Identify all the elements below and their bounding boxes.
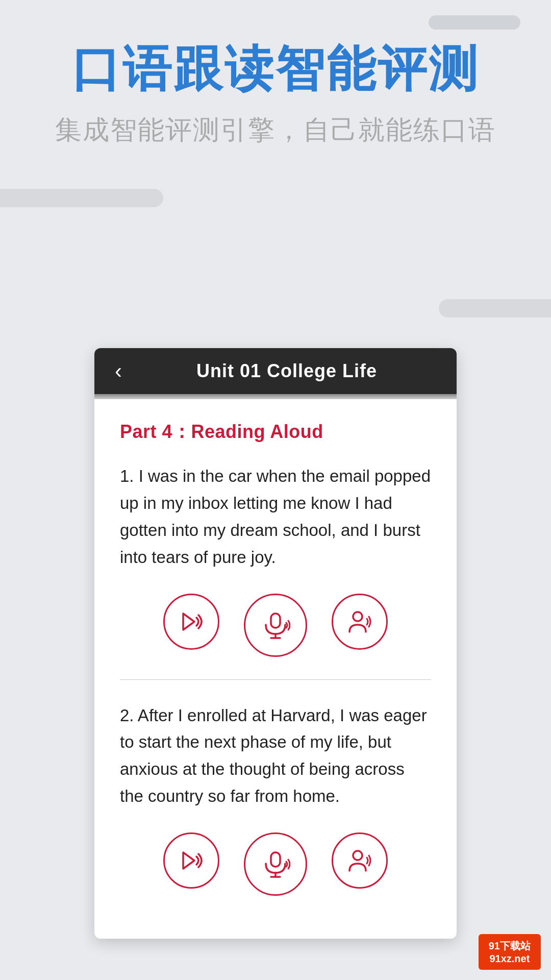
- card-body: Part 4：Reading Aloud 1. I was in the car…: [94, 399, 457, 938]
- svg-marker-5: [183, 852, 194, 869]
- sentence-1: 1. I was in the car when the email poppe…: [120, 463, 431, 571]
- sub-title: 集成智能评测引擎，自己就能练口语: [31, 112, 520, 148]
- watermark-line1: 91下载站: [489, 939, 531, 953]
- mic-button-1[interactable]: [244, 594, 307, 657]
- svg-rect-1: [271, 614, 280, 628]
- card-header: ‹ Unit 01 College Life: [94, 348, 457, 394]
- part-label: Part 4：Reading Aloud: [120, 420, 431, 445]
- mic-button-2[interactable]: [244, 832, 307, 896]
- watermark: 91下载站 91xz.net: [479, 934, 541, 970]
- card-title: Unit 01 College Life: [132, 360, 441, 382]
- header-separator: [94, 394, 457, 399]
- controls-1: [120, 594, 431, 657]
- sentence-2: 2. After I enrolled at Harvard, I was ea…: [120, 702, 431, 810]
- svg-point-4: [353, 612, 362, 621]
- divider-1: [120, 679, 431, 680]
- deco-block-right: [439, 299, 551, 317]
- main-title: 口语跟读智能评测: [31, 41, 520, 97]
- watermark-line2: 91xz.net: [489, 953, 531, 965]
- play-button-1[interactable]: [163, 594, 219, 650]
- person-button-1[interactable]: [332, 594, 388, 650]
- svg-marker-0: [183, 614, 194, 630]
- top-banner: 口语跟读智能评测 集成智能评测引擎，自己就能练口语: [0, 0, 551, 168]
- svg-rect-6: [271, 852, 280, 867]
- person-button-2[interactable]: [332, 832, 388, 889]
- mid-section: [0, 168, 551, 348]
- play-button-2[interactable]: [163, 832, 219, 889]
- controls-2: [120, 832, 431, 896]
- app-card: ‹ Unit 01 College Life Part 4：Reading Al…: [94, 348, 457, 938]
- back-button[interactable]: ‹: [110, 355, 132, 387]
- svg-point-9: [353, 851, 362, 860]
- deco-block-left: [0, 189, 163, 207]
